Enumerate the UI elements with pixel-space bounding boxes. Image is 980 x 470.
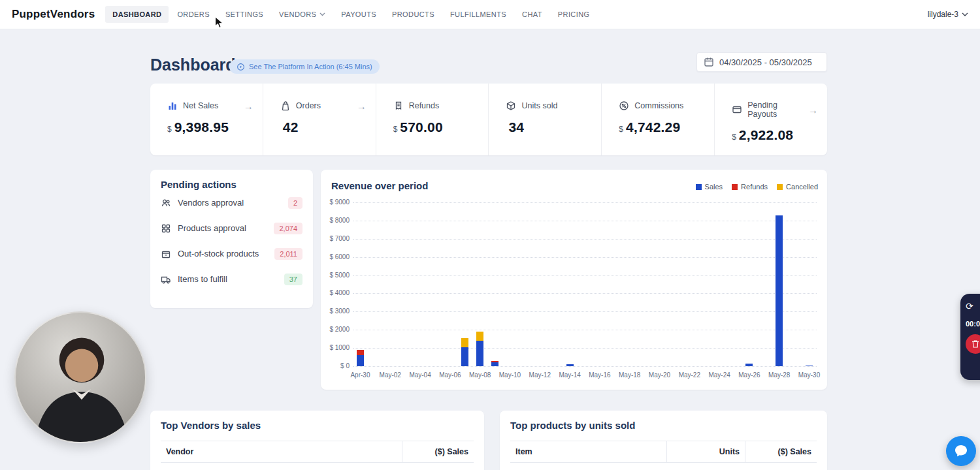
users-icon <box>161 198 171 208</box>
top-vendors-title: Top Vendors by sales <box>161 420 474 431</box>
nav-item-products[interactable]: PRODUCTS <box>385 6 442 23</box>
nav-item-label: DASHBOARD <box>112 10 161 18</box>
stat-label: Orders <box>296 101 321 110</box>
legend-swatch-refunds <box>732 184 738 190</box>
calendar-icon <box>704 57 714 67</box>
account-menu[interactable]: lilydale-3 <box>928 10 968 19</box>
pending-item-label: Out-of-stock products <box>178 249 259 258</box>
count-badge: 2,011 <box>274 248 302 260</box>
account-name: lilydale-3 <box>928 10 958 19</box>
stat-net-sales[interactable]: Net Sales → $ 9,398.95 <box>150 84 263 155</box>
currency-prefix: $ <box>619 125 623 134</box>
chat-bubble-icon <box>953 443 969 459</box>
delete-recording-button[interactable] <box>966 334 980 354</box>
nav-item-chat[interactable]: CHAT <box>515 6 549 23</box>
nav-item-dashboard[interactable]: DASHBOARD <box>105 6 169 23</box>
nav-item-vendors[interactable]: VENDORS <box>272 6 333 23</box>
chart-legend: Sales Refunds Cancelled <box>696 183 818 191</box>
percent-icon <box>619 101 629 111</box>
column-header-units: Units <box>666 441 745 462</box>
camera-flip-icon[interactable]: ⟳ <box>966 302 973 311</box>
legend-cancelled: Cancelled <box>777 183 818 191</box>
stat-commissions: Commissions $ 4,742.29 <box>601 84 714 155</box>
nav-item-label: PRODUCTS <box>392 10 434 18</box>
stat-orders[interactable]: Orders → 42 <box>263 84 376 155</box>
date-range-value: 04/30/2025 - 05/30/2025 <box>719 57 812 67</box>
stat-label: Pending Payouts <box>747 101 803 119</box>
legend-label: Cancelled <box>786 183 818 191</box>
chevron-down-icon <box>319 12 325 16</box>
top-navigation: PuppetVendors DASHBOARD ORDERS SETTINGS … <box>0 0 980 29</box>
recorder-widget[interactable]: ⟳ 00:0 <box>960 294 980 380</box>
currency-prefix: $ <box>393 125 398 134</box>
legend-label: Refunds <box>741 183 768 191</box>
nav-item-label: ORDERS <box>177 10 209 18</box>
promo-pill-label: See The Platform In Action (6:45 Mins) <box>249 63 372 70</box>
stat-value: 34 <box>508 119 524 135</box>
nav-item-payouts[interactable]: PAYOUTS <box>334 6 384 23</box>
stat-pending-payouts[interactable]: Pending Payouts → $ 2,922.08 <box>714 84 827 155</box>
count-badge: 2 <box>288 197 302 209</box>
pending-item-label: Vendors approval <box>178 198 244 208</box>
shopping-bag-icon <box>280 101 291 111</box>
date-range-picker[interactable]: 04/30/2025 - 05/30/2025 <box>696 52 827 72</box>
nav-item-orders[interactable]: ORDERS <box>170 6 216 23</box>
revenue-chart-card: Revenue over period Sales Refunds Cancel… <box>321 170 827 390</box>
trash-icon <box>971 339 980 349</box>
legend-swatch-sales <box>696 184 702 190</box>
nav-item-label: PAYOUTS <box>341 10 376 18</box>
pending-item-products-approval[interactable]: Products approval 2,074 <box>161 215 302 241</box>
nav-item-label: CHAT <box>522 10 542 18</box>
person-silhouette <box>16 313 146 443</box>
pending-item-label: Products approval <box>178 223 246 233</box>
currency-prefix: $ <box>167 125 172 134</box>
bar-chart-icon <box>167 101 178 111</box>
stats-summary-card: Net Sales → $ 9,398.95 Orders → 42 Refun… <box>150 84 827 155</box>
column-header-vendor: Vendor <box>161 441 402 462</box>
arrow-right-icon[interactable]: → <box>244 101 253 111</box>
nav-item-label: FULFILLMENTS <box>450 10 506 18</box>
arrow-right-icon[interactable]: → <box>808 105 818 115</box>
page-title: Dashboard <box>150 55 236 74</box>
nav-item-fulfillments[interactable]: FULFILLMENTS <box>443 6 514 23</box>
pending-item-vendors-approval[interactable]: Vendors approval 2 <box>161 190 302 215</box>
credit-card-icon <box>732 104 742 115</box>
archive-box-icon <box>161 249 171 259</box>
receipt-icon <box>393 101 404 111</box>
legend-label: Sales <box>705 183 723 191</box>
revenue-chart-title: Revenue over period <box>331 180 428 191</box>
pending-actions-title: Pending actions <box>161 179 302 190</box>
column-header-sales: ($) Sales <box>745 441 817 462</box>
legend-sales: Sales <box>696 183 723 191</box>
stat-value: 42 <box>283 119 299 135</box>
column-header-sales: ($) Sales <box>402 441 474 462</box>
platform-demo-pill[interactable]: See The Platform In Action (6:45 Mins) <box>229 59 380 74</box>
nav-item-label: SETTINGS <box>225 10 263 18</box>
nav-item-label: PRICING <box>558 10 590 18</box>
count-badge: 2,074 <box>274 223 302 234</box>
currency-prefix: $ <box>732 133 736 142</box>
chat-launcher-button[interactable] <box>946 436 976 466</box>
stat-value: 570.00 <box>400 119 442 135</box>
column-header-item: Item <box>510 441 666 462</box>
top-vendors-header-row: Vendor ($) Sales <box>161 441 474 463</box>
grid-icon <box>161 223 171 234</box>
brand-logo[interactable]: PuppetVendors <box>12 8 95 21</box>
nav-item-pricing[interactable]: PRICING <box>551 6 597 23</box>
pending-item-items-to-fulfill[interactable]: Items to fulfill 37 <box>161 266 302 292</box>
play-circle-icon <box>237 63 245 71</box>
pending-item-out-of-stock[interactable]: Out-of-stock products 2,011 <box>161 241 302 266</box>
nav-item-settings[interactable]: SETTINGS <box>218 6 270 23</box>
stat-label: Refunds <box>409 101 440 110</box>
pending-actions-card: Pending actions Vendors approval 2 Produ… <box>150 170 313 308</box>
count-badge: 37 <box>284 274 302 285</box>
webcam-video-bubble[interactable] <box>14 311 146 443</box>
stat-label: Net Sales <box>183 101 218 110</box>
top-products-card: Top products by units sold Item Units ($… <box>500 411 827 470</box>
nav-menu: DASHBOARD ORDERS SETTINGS VENDORS PAYOUT… <box>105 6 596 23</box>
arrow-right-icon[interactable]: → <box>357 101 367 111</box>
recording-timer: 00:0 <box>966 320 980 328</box>
revenue-bar-chart: $ 0$ 1000$ 2000$ 3000$ 4000$ 5000$ 6000$… <box>353 202 817 366</box>
stat-refunds: Refunds $ 570.00 <box>376 84 489 155</box>
legend-refunds: Refunds <box>732 183 768 191</box>
